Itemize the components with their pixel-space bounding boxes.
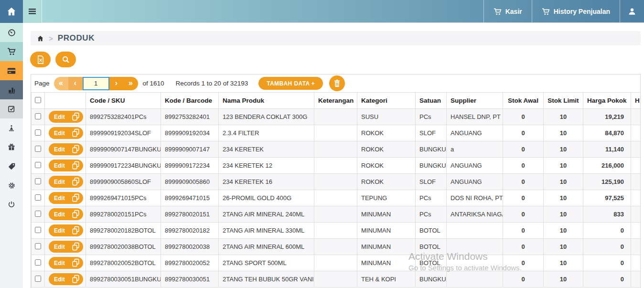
row-checkbox[interactable] bbox=[35, 129, 41, 136]
home-button[interactable] bbox=[0, 0, 23, 23]
tambah-data-button[interactable]: TAMBAH DATA + bbox=[258, 77, 323, 90]
edit-button[interactable]: Edit bbox=[49, 160, 83, 171]
row-checkbox-cell bbox=[32, 190, 45, 206]
cart-icon bbox=[7, 48, 16, 55]
edit-button[interactable]: Edit bbox=[49, 208, 83, 220]
cell-supplier: ANTARIKSA NIAGA bbox=[447, 206, 503, 223]
row-checkbox[interactable] bbox=[35, 194, 41, 201]
row-checkbox[interactable] bbox=[35, 243, 41, 249]
edit-button[interactable]: Edit bbox=[49, 143, 83, 155]
breadcrumb-home-icon[interactable] bbox=[37, 35, 44, 42]
cell-supplier bbox=[447, 255, 503, 271]
cell-kode-barcode: 8999909172234 bbox=[161, 158, 219, 174]
copy-icon[interactable] bbox=[71, 209, 80, 219]
select-all-checkbox[interactable] bbox=[35, 97, 41, 103]
search-button[interactable] bbox=[55, 52, 76, 67]
cell-harga-pokok: 833 bbox=[583, 206, 631, 223]
row-checkbox-cell bbox=[32, 141, 45, 158]
page-number-input[interactable] bbox=[83, 77, 109, 90]
row-checkbox[interactable] bbox=[35, 162, 41, 168]
menu-toggle-button[interactable] bbox=[23, 0, 42, 23]
cell-kategori: MINUMAN bbox=[357, 255, 416, 271]
prev-page-button[interactable]: ‹ bbox=[68, 77, 83, 90]
copy-icon[interactable] bbox=[71, 225, 80, 235]
cell-kode-barcode: 8999909007147 bbox=[161, 141, 219, 158]
cell-kode-barcode: 8992780030051 bbox=[161, 271, 219, 288]
row-checkbox[interactable] bbox=[35, 146, 41, 152]
copy-icon[interactable] bbox=[71, 144, 80, 154]
row-checkbox[interactable] bbox=[35, 211, 41, 217]
cell-supplier: ANGUANG bbox=[447, 174, 503, 190]
column-header: Kode / Barcode bbox=[161, 93, 219, 109]
column-header: Code / SKU bbox=[86, 93, 161, 109]
row-checkbox[interactable] bbox=[35, 259, 41, 266]
sidebar-item-kategori[interactable] bbox=[0, 157, 23, 176]
sidebar-item-penjualan[interactable] bbox=[0, 42, 23, 61]
copy-icon[interactable] bbox=[71, 177, 80, 187]
row-edit-cell: Edit bbox=[45, 158, 86, 174]
row-edit-cell: Edit bbox=[45, 141, 86, 158]
edit-button-label: Edit bbox=[54, 260, 65, 267]
copy-icon[interactable] bbox=[71, 193, 80, 203]
page-title: PRODUK bbox=[58, 33, 95, 43]
cell-stok-limit: 10 bbox=[544, 141, 583, 158]
cell-nama-produk: 234 KERETEK bbox=[219, 141, 314, 158]
copy-icon[interactable] bbox=[71, 128, 80, 138]
last-page-button[interactable]: » bbox=[124, 77, 138, 90]
edit-button[interactable]: Edit bbox=[49, 176, 83, 188]
edit-button[interactable]: Edit bbox=[49, 192, 83, 204]
table-row: Edit 8992780030051BUNGKUS 8992780030051 … bbox=[32, 271, 641, 288]
sidebar-item-produk[interactable] bbox=[0, 61, 23, 80]
first-page-button[interactable]: « bbox=[54, 77, 68, 90]
edit-button[interactable]: Edit bbox=[49, 127, 83, 139]
edit-button[interactable]: Edit bbox=[49, 224, 83, 236]
cell-kategori: MINUMAN bbox=[357, 223, 416, 239]
next-page-button[interactable]: › bbox=[109, 77, 124, 90]
cell-nama-produk: 2.3.4 FILTER bbox=[219, 125, 314, 141]
cell-kategori: MINUMAN bbox=[357, 206, 416, 223]
sidebar-item-stok[interactable] bbox=[0, 99, 23, 118]
cell-keterangan bbox=[314, 109, 357, 125]
row-checkbox[interactable] bbox=[35, 227, 41, 233]
edit-button[interactable]: Edit bbox=[49, 257, 83, 269]
sidebar-item-opname[interactable] bbox=[0, 118, 23, 138]
cell-supplier: ANGUANG bbox=[447, 125, 503, 141]
cell-satuan: BUNGKUS bbox=[416, 158, 447, 174]
row-checkbox[interactable] bbox=[35, 113, 41, 119]
copy-icon[interactable] bbox=[71, 112, 80, 122]
kasir-button[interactable]: Kasir bbox=[483, 0, 532, 23]
cell-kode-barcode: 8999909192034 bbox=[161, 125, 219, 141]
row-checkbox[interactable] bbox=[35, 178, 41, 184]
history-penjualan-button[interactable]: History Penjualan bbox=[532, 0, 620, 23]
row-checkbox-cell bbox=[32, 125, 45, 141]
sidebar-item-dashboard[interactable] bbox=[0, 23, 23, 42]
main-content: > PRODUK Page « ‹ › bbox=[23, 23, 644, 288]
edit-button-label: Edit bbox=[54, 114, 65, 120]
edit-button[interactable]: Edit bbox=[49, 241, 83, 253]
cell-supplier bbox=[447, 271, 503, 288]
cell-code-sku: 8992780020182BOTOL bbox=[86, 223, 161, 239]
cell-keterangan bbox=[314, 174, 357, 190]
row-checkbox[interactable] bbox=[35, 276, 41, 282]
cell-code-sku: 8992780020052BOTOL bbox=[86, 255, 161, 271]
copy-icon[interactable] bbox=[71, 274, 80, 284]
edit-button[interactable]: Edit bbox=[49, 111, 83, 123]
sidebar-item-logout[interactable] bbox=[0, 195, 23, 214]
cell-code-sku: 8999909007147BUNGKUS bbox=[86, 141, 161, 158]
delete-selected-button[interactable] bbox=[329, 75, 345, 91]
cell-stok-limit: 10 bbox=[544, 109, 583, 125]
cell-stok-awal: 0 bbox=[503, 174, 544, 190]
sidebar-item-promo[interactable] bbox=[0, 138, 23, 157]
copy-icon[interactable] bbox=[71, 242, 80, 252]
user-menu-button[interactable] bbox=[620, 0, 644, 23]
tag-icon bbox=[8, 162, 16, 171]
edit-button-label: Edit bbox=[54, 162, 65, 169]
sidebar-item-laporan[interactable] bbox=[0, 80, 23, 99]
copy-icon[interactable] bbox=[71, 160, 80, 171]
export-excel-button[interactable] bbox=[30, 52, 51, 67]
topbar: Kasir History Penjualan bbox=[0, 0, 644, 23]
edit-button[interactable]: Edit bbox=[49, 273, 83, 285]
copy-icon[interactable] bbox=[71, 258, 80, 268]
sidebar-item-pengaturan[interactable] bbox=[0, 176, 23, 195]
cell-nama-produk: 2TANG AIR MINERAL 330ML bbox=[219, 223, 314, 239]
